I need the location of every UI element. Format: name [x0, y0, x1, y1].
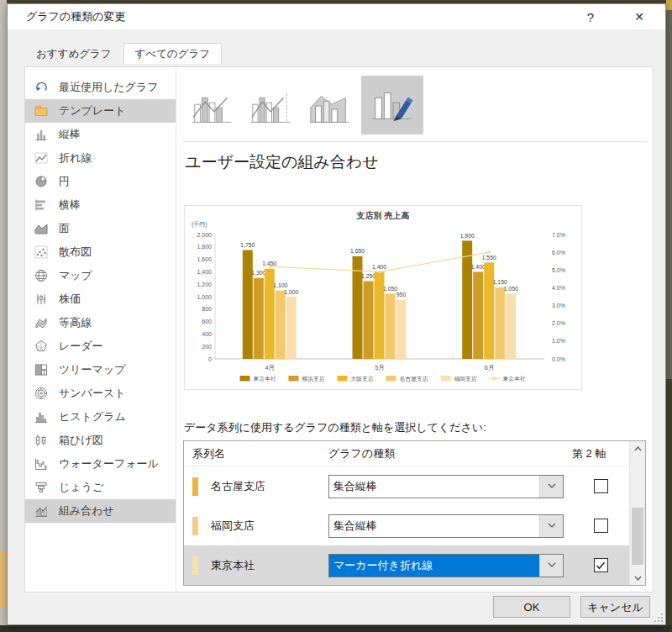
scroll-down-icon[interactable]	[630, 571, 645, 585]
background-left-gold-cells	[0, 550, 7, 608]
svg-text:6.0%: 6.0%	[552, 250, 565, 255]
svg-text:0.0%: 0.0%	[552, 356, 565, 362]
resize-grip[interactable]	[653, 612, 663, 622]
table-scrollbar[interactable]	[629, 441, 645, 585]
sidebar-item-bar[interactable]: 横棒	[25, 193, 176, 217]
subtype-stacked-area-clustered-column-icon	[307, 90, 353, 127]
series-row-2[interactable]: 福岡支店集合縦棒	[184, 506, 629, 545]
series-name: 名古屋支店	[211, 479, 265, 494]
sidebar-item-sunburst[interactable]: サンバースト	[25, 382, 176, 405]
sidebar-item-treemap[interactable]: ツリーマップ	[25, 358, 176, 382]
series-name-cell: 名古屋支店	[184, 477, 325, 496]
svg-text:1,900: 1,900	[460, 233, 475, 239]
sidebar-item-box-whisker[interactable]: 箱ひげ図	[25, 429, 176, 452]
series-name-cell: 福岡支店	[184, 517, 325, 535]
subtype-custom-combination[interactable]	[361, 76, 423, 134]
sidebar-item-line[interactable]: 折れ線	[25, 146, 176, 170]
svg-text:1,400: 1,400	[471, 264, 486, 270]
chart-type-dropdown[interactable]: 集合縦棒	[328, 475, 564, 498]
sidebar-item-waterfall[interactable]: ウォーターフォール	[25, 452, 176, 476]
stock-icon	[34, 292, 49, 307]
sidebar-item-histogram[interactable]: ヒストグラム	[25, 405, 176, 429]
sidebar-item-funnel[interactable]: じょうご	[25, 476, 176, 499]
help-button[interactable]: ?	[576, 4, 605, 29]
axis-unit-label: (千円)	[192, 221, 207, 228]
sidebar-item-label: マップ	[59, 268, 92, 283]
svg-text:7.0%: 7.0%	[552, 232, 565, 238]
sidebar-item-map[interactable]: マップ	[25, 264, 176, 287]
series-row-3[interactable]: 東京本社マーカー付き折れ線	[184, 545, 629, 585]
sidebar-item-pie[interactable]: 円	[25, 170, 176, 193]
line-series	[269, 250, 491, 273]
scatter-icon	[34, 245, 49, 260]
sidebar-item-radar[interactable]: レーダー	[25, 334, 176, 358]
sidebar-item-label: 箱ひげ図	[59, 433, 103, 448]
scrollbar-thumb[interactable]	[632, 508, 643, 565]
svg-text:1,250: 1,250	[361, 273, 375, 279]
svg-text:1,150: 1,150	[493, 279, 507, 285]
svg-text:東京本社: 東京本社	[503, 376, 526, 382]
svg-text:950: 950	[396, 292, 407, 298]
svg-text:3.0%: 3.0%	[552, 303, 565, 308]
svg-text:4月: 4月	[265, 364, 275, 371]
histogram-icon	[34, 409, 49, 424]
chart-legend: 東京本社横浜支店大阪支店名古屋支店福岡支店東京本社	[240, 376, 526, 382]
chart-type-cell: マーカー付き折れ線	[325, 554, 572, 577]
sidebar-item-label: 等高線	[59, 315, 92, 330]
sidebar-item-stock[interactable]: 株価	[25, 287, 176, 311]
subtype-stacked-area-clustered-column[interactable]	[302, 82, 358, 134]
sidebar-item-combo[interactable]: 組み合わせ	[25, 499, 176, 523]
background-bottom-strip	[0, 625, 672, 632]
change-chart-type-dialog: グラフの種類の変更 ? ✕ おすすめグラフすべてのグラフ 最近使用したグラフテン…	[7, 3, 666, 625]
scroll-up-icon[interactable]	[630, 441, 645, 456]
svg-text:600: 600	[202, 319, 212, 324]
chart-title: 支店別 売上高	[356, 211, 410, 220]
svg-text:2,000: 2,000	[197, 232, 212, 238]
column-icon	[34, 127, 49, 142]
sidebar-item-column[interactable]: 縦棒	[25, 123, 176, 146]
subtype-clustered-column-line[interactable]	[185, 82, 240, 134]
svg-text:1.0%: 1.0%	[552, 338, 565, 344]
secondary-axis-checkbox-checked[interactable]	[594, 558, 608, 572]
secondary-axis-checkbox[interactable]	[594, 519, 608, 533]
sidebar-item-scatter[interactable]: 散布図	[25, 240, 176, 264]
secondary-axis-checkbox[interactable]	[594, 479, 608, 493]
svg-text:200: 200	[202, 344, 212, 350]
subtype-clustered-column-line-secondary-axis[interactable]	[244, 82, 299, 134]
sidebar-item-label: レーダー	[59, 339, 103, 354]
svg-text:1,400: 1,400	[372, 264, 386, 270]
surface-icon	[34, 315, 49, 330]
ok-button[interactable]: OK	[493, 596, 570, 618]
svg-text:1,100: 1,100	[273, 282, 287, 288]
chart-type-dropdown[interactable]: マーカー付き折れ線	[328, 554, 564, 577]
chevron-down-icon[interactable]	[539, 515, 563, 537]
treemap-icon	[34, 362, 49, 377]
tab-recommended-charts[interactable]: おすすめグラフ	[24, 43, 123, 64]
radar-icon	[34, 339, 49, 354]
svg-text:大阪支店: 大阪支店	[351, 376, 374, 382]
recent-icon	[34, 80, 49, 95]
background-left-strip	[0, 0, 7, 632]
chevron-down-icon[interactable]	[539, 555, 563, 577]
map-icon	[34, 268, 49, 283]
svg-text:1,000: 1,000	[197, 294, 212, 300]
chart-type-value: 集合縦棒	[329, 476, 539, 498]
bars-group: 1,7501,3001,4501,1001,0004月1,6501,2501,4…	[240, 233, 518, 371]
sidebar-item-templates[interactable]: テンプレート	[25, 99, 176, 123]
series-row-1[interactable]: 名古屋支店集合縦棒	[184, 466, 629, 506]
dialog-titlebar[interactable]: グラフの種類の変更 ? ✕	[8, 4, 665, 29]
sidebar-item-recent-charts[interactable]: 最近使用したグラフ	[25, 76, 176, 99]
sidebar-item-label: 最近使用したグラフ	[59, 80, 159, 95]
background-right-strip	[666, 0, 672, 632]
sidebar-item-surface[interactable]: 等高線	[25, 311, 176, 334]
chart-type-cell: 集合縦棒	[325, 514, 572, 538]
tab-all-charts[interactable]: すべてのグラフ	[123, 43, 223, 64]
chart-type-dropdown[interactable]: 集合縦棒	[328, 514, 564, 538]
secondary-axis-cell	[572, 479, 629, 493]
separator	[183, 141, 646, 142]
chevron-down-icon[interactable]	[539, 476, 563, 498]
sidebar-item-area[interactable]: 面	[25, 217, 176, 240]
cancel-button[interactable]: キャンセル	[580, 596, 650, 618]
close-icon[interactable]: ✕	[625, 4, 654, 29]
template-icon	[34, 103, 49, 118]
